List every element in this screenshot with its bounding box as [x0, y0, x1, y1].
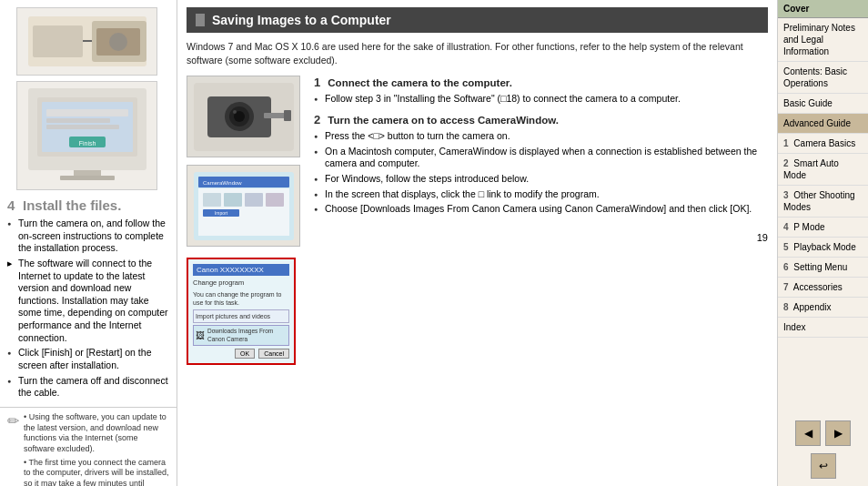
sidebar-ch1[interactable]: 1 Camera Basics — [778, 134, 868, 154]
sidebar-prelim[interactable]: Preliminary Notes and Legal Information — [778, 18, 868, 62]
page-number: 19 — [314, 223, 768, 243]
sidebar-index[interactable]: Index — [778, 318, 868, 338]
sidebar-contents[interactable]: Contents: Basic Operations — [778, 62, 868, 94]
sidebar-ch6[interactable]: 6 Setting Menu — [778, 258, 868, 278]
step2-bullet3: For Windows, follow the steps introduced… — [314, 173, 768, 186]
svg-rect-22 — [264, 113, 287, 118]
step-images: CameraWindow Import Canon XXXXXXXXX — [187, 76, 305, 365]
images-area: Finish — [0, 0, 177, 197]
home-button[interactable]: ↩ — [811, 453, 836, 479]
sidebar-cover[interactable]: Cover — [778, 0, 868, 18]
installation-image: Finish — [16, 81, 157, 190]
title-icon — [196, 14, 205, 26]
left-panel: Finish 4 Install the files. Turn the cam… — [0, 0, 177, 486]
ch3-num: 3 — [783, 190, 789, 200]
ch2-label: Smart Auto Mode — [783, 158, 839, 180]
sidebar-ch8[interactable]: 8 Appendix — [778, 298, 868, 318]
svg-point-4 — [109, 33, 127, 51]
sidebar-ch3[interactable]: 3 Other Shooting Modes — [778, 186, 868, 218]
option2-icon: 🖼 — [196, 329, 205, 341]
page-layout: Finish 4 Install the files. Turn the cam… — [0, 0, 868, 486]
step4-heading: 4 Install the files. — [7, 197, 169, 213]
step2-bullets: Press the <□> button to turn the camera … — [314, 130, 768, 216]
step2-header: 2 Turn the camera on to access CameraWin… — [314, 113, 768, 127]
svg-rect-29 — [224, 193, 242, 207]
step4-title-text: Install the files. — [23, 197, 121, 213]
camera-connect-image — [187, 76, 300, 157]
step2: 2 Turn the camera on to access CameraWin… — [314, 113, 768, 216]
step2-number: 2 — [314, 113, 320, 127]
center-content: Saving Images to a Computer Windows 7 an… — [177, 0, 777, 486]
ch6-num: 6 — [783, 262, 789, 272]
intro-text: Windows 7 and Mac OS X 10.6 are used her… — [187, 40, 768, 66]
svg-rect-9 — [46, 109, 128, 116]
bullet-item: Click [Finish] or [Restart] on the scree… — [7, 347, 169, 371]
step1-bullet: Follow step 3 in "Installing the Softwar… — [314, 93, 768, 106]
ch1-label: Camera Basics — [793, 138, 855, 148]
svg-rect-11 — [46, 125, 119, 129]
sidebar-ch7[interactable]: 7 Accessories — [778, 278, 868, 298]
ch8-num: 8 — [783, 302, 789, 312]
next-button[interactable]: ▶ — [825, 420, 851, 446]
step1-number: 1 — [314, 76, 320, 89]
sidebar-ch4[interactable]: 4 P Mode — [778, 218, 868, 238]
note-item: • The first time you connect the camera … — [24, 458, 169, 486]
prev-button[interactable]: ◀ — [795, 420, 821, 446]
ok-button[interactable]: OK — [235, 349, 255, 359]
usb-cable-image — [16, 7, 157, 76]
svg-rect-10 — [46, 118, 110, 123]
step2-bullet4: In the screen that displays, click the □… — [314, 188, 768, 201]
svg-rect-1 — [33, 25, 83, 57]
step2-bullet2: On a Macintosh computer, CameraWindow is… — [314, 146, 768, 170]
ch5-label: Playback Mode — [793, 242, 855, 252]
step1-content: Follow step 3 in "Installing the Softwar… — [314, 93, 768, 106]
steps-area: CameraWindow Import Canon XXXXXXXXX — [187, 76, 768, 365]
ch2-num: 2 — [783, 158, 789, 168]
right-sidebar: Cover Preliminary Notes and Legal Inform… — [777, 0, 868, 486]
change-program-dialog: Canon XXXXXXXXX Change program You can c… — [187, 258, 296, 365]
svg-rect-30 — [245, 193, 263, 207]
page-title: Saving Images to a Computer — [212, 13, 391, 27]
svg-rect-14 — [74, 170, 101, 176]
step2-bullet1: Press the <□> button to turn the camera … — [314, 130, 768, 143]
step2-title: Turn the camera on to access CameraWindo… — [328, 115, 559, 126]
step1-title: Connect the camera to the computer. — [328, 77, 512, 88]
svg-text:Finish: Finish — [78, 140, 96, 147]
ch6-label: Setting Menu — [793, 262, 847, 272]
sidebar-nav: ◀ ▶ — [778, 413, 868, 453]
step2-bullet5: Choose [Downloads Images From Canon Came… — [314, 203, 768, 216]
step1-header: 1 Connect the camera to the computer. — [314, 76, 768, 89]
svg-point-21 — [233, 110, 237, 114]
ch4-num: 4 — [783, 222, 789, 232]
svg-text:CameraWindow: CameraWindow — [203, 180, 242, 186]
cancel-button[interactable]: Cancel — [258, 349, 289, 359]
option1: Import pictures and videos — [193, 309, 289, 323]
ch8-label: Appendix — [793, 302, 832, 312]
svg-rect-15 — [60, 176, 115, 180]
camerawindow-image: CameraWindow Import — [187, 165, 300, 247]
bullet-item: Turn the camera on, and follow the on-sc… — [7, 218, 169, 255]
step2-content: Press the <□> button to turn the camera … — [314, 130, 768, 216]
step4-bullets: Turn the camera on, and follow the on-sc… — [7, 218, 169, 400]
step1: 1 Connect the camera to the computer. Fo… — [314, 76, 768, 106]
bullet-item: Turn the camera off and disconnect the c… — [7, 375, 169, 400]
page-title-bar: Saving Images to a Computer — [187, 7, 768, 33]
sidebar-ch2[interactable]: 2 Smart Auto Mode — [778, 154, 868, 186]
sidebar-basic[interactable]: Basic Guide — [778, 94, 868, 114]
dialog-title: Canon XXXXXXXXX — [193, 264, 289, 276]
sidebar-advanced[interactable]: Advanced Guide — [778, 114, 868, 134]
svg-rect-31 — [266, 193, 284, 207]
sidebar-ch5[interactable]: 5 Playback Mode — [778, 238, 868, 258]
note-item: • Using the software, you can update to … — [24, 412, 169, 455]
svg-rect-28 — [203, 193, 221, 207]
option2-text: Downloads Images From Canon Camera — [207, 328, 287, 343]
ch3-label: Other Shooting Modes — [783, 190, 855, 212]
ch7-num: 7 — [783, 282, 789, 292]
step1-bullets: Follow step 3 in "Installing the Softwar… — [314, 93, 768, 106]
ch5-num: 5 — [783, 242, 789, 252]
svg-text:Import: Import — [214, 210, 227, 216]
step4-section: 4 Install the files. Turn the camera on,… — [0, 197, 177, 407]
svg-rect-23 — [284, 110, 291, 121]
dialog-body: Change program You can change the progra… — [193, 278, 289, 359]
notes-section: ✏ • Using the software, you can update t… — [0, 407, 177, 486]
